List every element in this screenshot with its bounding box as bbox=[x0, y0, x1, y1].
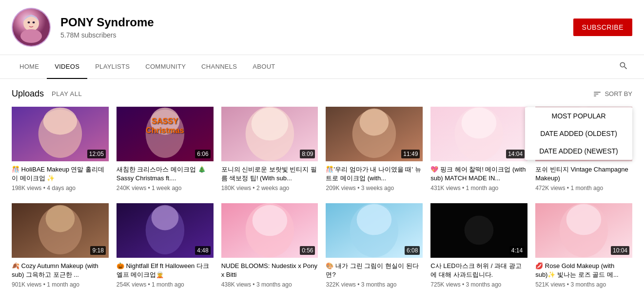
video-card[interactable]: 4:14 C사 LED마스크 허위 / 과대 광고에 대해 사과드립니다. 72… bbox=[430, 203, 527, 288]
video-thumbnail: 12:05 bbox=[12, 107, 109, 161]
svg-point-16 bbox=[251, 108, 288, 141]
video-meta: 901K views • 1 month ago bbox=[12, 281, 109, 288]
video-duration: 4:48 bbox=[195, 246, 210, 255]
channel-name: PONY Syndrome bbox=[60, 16, 573, 29]
video-title: 🎨 내가 그린 그림이 현실이 된다면? bbox=[326, 262, 423, 279]
subscriber-count: 5.78M subscribers bbox=[60, 31, 573, 39]
tab-about[interactable]: ABOUT bbox=[245, 55, 283, 79]
video-duration: 14:04 bbox=[506, 150, 525, 158]
video-card[interactable]: 14:04 💖 핑크 헤어 찰떡! 메이크업 (with sub) MATCH … bbox=[430, 107, 527, 192]
video-meta: 198K views • 4 days ago bbox=[12, 185, 109, 192]
tab-community[interactable]: COMMUNITY bbox=[137, 55, 194, 79]
video-duration: 11:49 bbox=[401, 150, 420, 158]
video-title: 포니의 신비로운 보랏빛 빈티지 필름 색보정 팁! (With sub... bbox=[221, 165, 318, 183]
svg-point-31 bbox=[151, 205, 178, 230]
subscribe-button[interactable]: SUBSCRIBE bbox=[573, 19, 632, 36]
tab-channels[interactable]: CHANNELS bbox=[194, 55, 245, 79]
svg-point-3 bbox=[20, 29, 42, 43]
svg-point-4 bbox=[28, 21, 30, 23]
video-title: NUDE BLOOMS: Nudestix x Pony x Bitti bbox=[221, 262, 318, 279]
svg-point-9 bbox=[43, 108, 78, 135]
video-card[interactable]: SASSYChristmas 6:06 새침한 크리스마스 메이크업 🎄 Sas… bbox=[117, 107, 214, 192]
video-card[interactable]: 8:09 포니의 신비로운 보랏빛 빈티지 필름 색보정 팁! (With su… bbox=[221, 107, 318, 192]
search-icon[interactable] bbox=[615, 57, 632, 77]
tab-home[interactable]: HOME bbox=[12, 55, 47, 79]
uploads-header: Uploads PLAY ALL SORT BY Most popular Da… bbox=[12, 89, 632, 99]
channel-header: PONY Syndrome 5.78M subscribers SUBSCRIB… bbox=[0, 0, 644, 55]
uploads-title: Uploads bbox=[12, 89, 44, 99]
video-meta: 180K views • 2 weeks ago bbox=[221, 185, 318, 192]
video-meta: 322K views • 3 months ago bbox=[326, 281, 423, 288]
video-grid-row2: 9:18 🍂 Cozy Autumn Makeup (with sub) 그윽하… bbox=[12, 203, 632, 288]
video-duration: 12:05 bbox=[87, 150, 106, 158]
video-title: 🍂 Cozy Autumn Makeup (with sub) 그윽하고 포근한… bbox=[12, 262, 109, 279]
video-thumbnail: 4:14 bbox=[430, 203, 527, 258]
video-thumbnail: 0:56 bbox=[221, 203, 318, 258]
sort-dropdown: Most popular Date added (oldest) Date ad… bbox=[525, 107, 632, 160]
video-card[interactable]: 9:18 🍂 Cozy Autumn Makeup (with sub) 그윽하… bbox=[12, 203, 109, 288]
sort-option-popular[interactable]: Most popular bbox=[525, 107, 632, 125]
video-title: 새침한 크리스마스 메이크업 🎄 Sassy Christmas ft.... bbox=[117, 165, 214, 183]
video-title: 🎊 HoliBAE Makeup 연말 홀리데이 메이크업 ✨ bbox=[12, 165, 109, 183]
svg-point-5 bbox=[33, 21, 35, 23]
video-meta: 521K views • 3 months ago bbox=[535, 281, 632, 288]
video-meta: 209K views • 3 weeks ago bbox=[326, 185, 423, 192]
video-title: 💋 Rose Gold Makeup (with sub)✨ 빛나는 로즈 골드… bbox=[535, 262, 632, 279]
video-duration: 9:18 bbox=[90, 246, 105, 255]
sort-button[interactable]: SORT BY Most popular Date added (oldest)… bbox=[593, 90, 632, 98]
sort-option-newest[interactable]: Date added (newest) bbox=[525, 142, 632, 160]
tab-playlists[interactable]: PLAYLISTS bbox=[87, 55, 137, 79]
video-meta: 438K views • 3 months ago bbox=[221, 281, 318, 288]
video-title: 포쉬 빈티지 Vintage Champagne Makeup) bbox=[535, 165, 632, 183]
video-card[interactable]: 11:49 🎊'우리 엄마가 내 나이였을 때' 뉴트로 메이크업 (with.… bbox=[326, 107, 423, 192]
video-title: 🎃 Nightfall Elf ft Halloween 다크 엘프 메이크업🧝 bbox=[117, 262, 214, 279]
sort-option-oldest[interactable]: Date added (oldest) bbox=[525, 125, 632, 142]
svg-point-39 bbox=[465, 216, 494, 245]
svg-point-37 bbox=[357, 204, 392, 235]
video-duration: 4:14 bbox=[509, 246, 525, 255]
video-meta: 240K views • 1 week ago bbox=[117, 185, 214, 192]
video-card[interactable]: 4:48 🎃 Nightfall Elf ft Halloween 다크 엘프 … bbox=[117, 203, 214, 288]
video-thumbnail: SASSYChristmas 6:06 bbox=[117, 107, 214, 161]
video-duration: 8:09 bbox=[300, 150, 315, 158]
video-card[interactable]: 12:05 🎊 HoliBAE Makeup 연말 홀리데이 메이크업 ✨ 19… bbox=[12, 107, 109, 192]
video-title: C사 LED마스크 허위 / 과대 광고에 대해 사과드립니다. bbox=[430, 262, 527, 279]
video-meta: 431K views • 1 month ago bbox=[430, 185, 527, 192]
svg-point-28 bbox=[46, 205, 75, 232]
video-title: 🎊'우리 엄마가 내 나이였을 때' 뉴트로 메이크업 (with... bbox=[326, 165, 423, 183]
video-meta: 254K views • 1 month ago bbox=[117, 281, 214, 288]
channel-info: PONY Syndrome 5.78M subscribers bbox=[60, 16, 573, 39]
video-title: 💖 핑크 헤어 찰떡! 메이크업 (with sub) MATCH MADE I… bbox=[430, 165, 527, 183]
video-duration: 6:08 bbox=[405, 246, 420, 255]
video-meta: 472K views • 1 month ago bbox=[535, 185, 632, 192]
video-thumbnail: 9:18 bbox=[12, 203, 109, 258]
video-thumbnail: 10:04 bbox=[535, 203, 632, 258]
svg-point-34 bbox=[252, 205, 287, 236]
video-duration: 6:06 bbox=[195, 150, 210, 158]
sassy-christmas-text: SASSYChristmas bbox=[146, 116, 184, 135]
tab-videos[interactable]: VIDEOS bbox=[47, 55, 87, 79]
channel-nav: HOME VIDEOS PLAYLISTS COMMUNITY CHANNELS… bbox=[0, 55, 644, 79]
video-thumbnail: 8:09 bbox=[221, 107, 318, 161]
svg-point-42 bbox=[566, 204, 602, 235]
video-duration: 0:56 bbox=[300, 246, 315, 255]
sort-label: SORT BY bbox=[605, 90, 632, 97]
video-thumbnail: 14:04 bbox=[430, 107, 527, 161]
avatar bbox=[12, 8, 51, 47]
content-area: Uploads PLAY ALL SORT BY Most popular Da… bbox=[0, 79, 644, 307]
video-meta: 725K views • 3 months ago bbox=[430, 281, 527, 288]
video-duration: 10:04 bbox=[611, 246, 629, 255]
video-thumbnail: 4:48 bbox=[117, 203, 214, 258]
video-card[interactable]: 0:56 NUDE BLOOMS: Nudestix x Pony x Bitt… bbox=[221, 203, 318, 288]
video-thumbnail: 6:08 bbox=[326, 203, 423, 258]
play-all-button[interactable]: PLAY ALL bbox=[52, 90, 82, 97]
video-thumbnail: 11:49 bbox=[326, 107, 423, 161]
video-card[interactable]: 10:04 💋 Rose Gold Makeup (with sub)✨ 빛나는… bbox=[535, 203, 632, 288]
svg-point-19 bbox=[360, 109, 389, 136]
svg-point-22 bbox=[462, 108, 497, 139]
video-card[interactable]: 6:08 🎨 내가 그린 그림이 현실이 된다면? 322K views • 3… bbox=[326, 203, 423, 288]
